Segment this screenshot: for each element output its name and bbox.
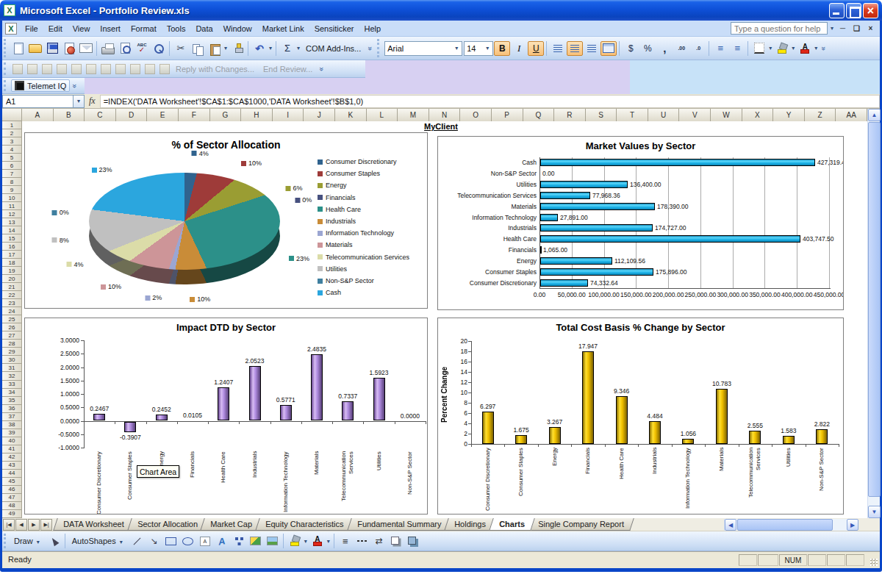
font-color-icon[interactable] [309, 534, 326, 548]
column-header-I[interactable]: I [273, 109, 304, 121]
column-header-L[interactable]: L [367, 109, 398, 121]
row-header-10[interactable]: 10 [2, 194, 22, 202]
review-icon[interactable] [40, 62, 54, 76]
row-header-22[interactable]: 22 [2, 291, 22, 299]
row-header-26[interactable]: 26 [2, 323, 22, 331]
chevron-down-icon[interactable]: ▾ [790, 45, 796, 51]
percent-icon[interactable] [639, 41, 656, 56]
row-header-36[interactable]: 36 [2, 405, 22, 413]
menu-item-market-link[interactable]: Market Link [257, 23, 309, 35]
currency-icon[interactable] [623, 41, 639, 56]
sheet-tab-charts[interactable]: Charts [489, 518, 534, 531]
underline-icon[interactable] [528, 41, 544, 56]
diagram-icon[interactable] [231, 534, 247, 548]
review-icon[interactable] [113, 62, 127, 76]
sheet-tab-sector-allocation[interactable]: Sector Allocation [127, 518, 207, 531]
increase-decimal-icon[interactable] [673, 41, 689, 56]
menu-item-help[interactable]: Help [359, 23, 386, 35]
permission-icon[interactable] [61, 41, 77, 56]
next-sheet-icon[interactable]: ▶ [28, 519, 40, 531]
oval-icon[interactable] [180, 534, 196, 548]
column-header-G[interactable]: G [210, 109, 242, 121]
decrease-indent-icon[interactable] [712, 41, 728, 56]
select-all-corner[interactable] [2, 109, 22, 121]
telemet-iq-button[interactable]: Telemet IQ [11, 79, 70, 92]
row-header-48[interactable]: 48 [2, 502, 22, 510]
workbook-minimize-icon[interactable]: ─ [836, 23, 849, 34]
menu-item-tools[interactable]: Tools [162, 23, 191, 35]
sector-allocation-chart[interactable]: % of Sector Allocation4%10%6%0%23%10%2%1… [24, 132, 428, 309]
open-icon[interactable] [27, 41, 43, 56]
row-header-35[interactable]: 35 [2, 397, 22, 405]
review-icon[interactable] [10, 62, 24, 76]
menu-item-format[interactable]: Format [126, 23, 162, 35]
scroll-right-icon[interactable]: ▶ [847, 519, 858, 531]
column-header-F[interactable]: F [179, 109, 210, 121]
align-center-icon[interactable] [567, 41, 583, 56]
formula-input[interactable]: =INDEX('DATA Worksheet'!$CA$1:$CA$1000,'… [100, 95, 880, 108]
borders-icon[interactable] [751, 41, 767, 56]
close-button[interactable] [863, 3, 878, 18]
column-header-R[interactable]: R [554, 109, 586, 121]
row-header-40[interactable]: 40 [2, 437, 22, 445]
row-header-44[interactable]: 44 [2, 470, 22, 478]
italic-icon[interactable] [511, 41, 527, 56]
align-right-icon[interactable] [584, 41, 600, 56]
mail-icon[interactable] [78, 41, 94, 56]
toolbar-grip[interactable] [4, 39, 8, 57]
sheet-tab-single-company-report[interactable]: Single Company Report [528, 518, 634, 531]
copy-icon[interactable] [190, 41, 206, 56]
fill-color-icon[interactable] [287, 534, 303, 548]
research-icon[interactable] [151, 41, 167, 56]
chevron-down-icon[interactable]: ▾ [326, 538, 331, 545]
sheet-tab-equity-characteristics[interactable]: Equity Characteristics [256, 518, 354, 531]
row-header-17[interactable]: 17 [2, 251, 22, 259]
review-icon[interactable] [54, 62, 68, 76]
cost-basis-chart[interactable]: Total Cost Basis % Change by SectorPerce… [437, 318, 844, 514]
scroll-down-icon[interactable]: ▼ [868, 506, 881, 518]
picture-icon[interactable] [265, 534, 281, 548]
end-review-button[interactable]: End Review... [259, 65, 317, 74]
column-header-T[interactable]: T [617, 109, 648, 121]
sheet-tab-holdings[interactable]: Holdings [444, 518, 495, 531]
spelling-icon[interactable] [134, 41, 150, 56]
workbook-close-icon[interactable]: × [864, 23, 877, 34]
chevron-down-icon[interactable]: ▾ [303, 538, 309, 545]
font-size-select[interactable]: 14 ▾ [464, 41, 493, 56]
column-header-AA[interactable]: AA [836, 109, 867, 121]
draw-menu-button[interactable]: Draw ▾ [10, 537, 46, 545]
row-header-18[interactable]: 18 [2, 259, 22, 267]
row-header-46[interactable]: 46 [2, 486, 22, 494]
toolbar-grip[interactable] [4, 534, 8, 548]
toolbar-options-icon[interactable]: » [362, 43, 379, 54]
3d-icon[interactable] [405, 534, 421, 548]
column-header-S[interactable]: S [586, 109, 617, 121]
autosum-icon[interactable] [279, 41, 295, 56]
rect-icon[interactable] [163, 534, 179, 548]
impact-dtd-chart[interactable]: Impact DTD by Sector3.00002.50002.00001.… [24, 318, 428, 514]
row-header-32[interactable]: 32 [2, 372, 22, 380]
toolbar-grip[interactable] [4, 62, 8, 75]
toolbar-options-icon[interactable]: » [68, 81, 82, 91]
help-dropdown-icon[interactable]: ▾ [829, 25, 835, 32]
row-header-34[interactable]: 34 [2, 389, 22, 397]
row-header-29[interactable]: 29 [2, 348, 22, 356]
vertical-scrollbar[interactable]: ▲ ▼ [867, 109, 880, 518]
name-box[interactable]: A1 [2, 95, 74, 108]
bold-icon[interactable] [494, 41, 510, 56]
row-header-33[interactable]: 33 [2, 381, 22, 389]
row-header-16[interactable]: 16 [2, 243, 22, 251]
column-headers[interactable]: ABCDEFGHIJKLMNOPQRSTUVWXYZAA [22, 109, 867, 121]
resize-grip[interactable] [870, 559, 878, 566]
shadow-icon[interactable] [388, 534, 404, 548]
row-header-30[interactable]: 30 [2, 356, 22, 364]
menu-item-file[interactable]: File [20, 23, 43, 35]
column-header-X[interactable]: X [742, 109, 774, 121]
review-icon[interactable] [84, 62, 98, 76]
menu-item-window[interactable]: Window [218, 23, 257, 35]
row-header-2[interactable]: 2 [2, 129, 22, 137]
row-header-31[interactable]: 31 [2, 364, 22, 372]
scroll-up-icon[interactable]: ▲ [868, 109, 881, 121]
column-header-E[interactable]: E [147, 109, 179, 121]
row-header-11[interactable]: 11 [2, 202, 22, 210]
